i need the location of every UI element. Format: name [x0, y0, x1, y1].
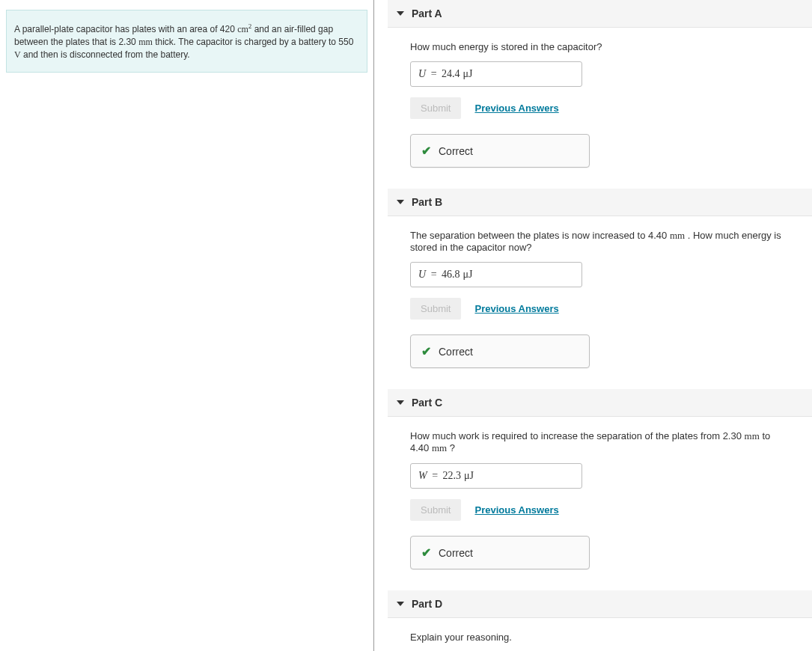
- problem-statement-panel: A parallel-plate capacitor has plates wi…: [0, 0, 374, 651]
- part-a-submit-button: Submit: [410, 97, 461, 119]
- part-b-answer: U = 46.8μJ: [410, 262, 582, 287]
- caret-down-icon: [397, 200, 404, 204]
- part-c-value: 22.3: [443, 470, 462, 481]
- info-text-mid2: thick. The capacitor is charged by a bat…: [153, 37, 354, 47]
- part-c-previous-answers-link[interactable]: Previous Answers: [474, 504, 558, 516]
- part-a-feedback-text: Correct: [439, 145, 473, 157]
- part-b-eq: =: [426, 269, 442, 280]
- part-b-feedback: ✔ Correct: [410, 334, 590, 368]
- part-c-prompt-post: ?: [447, 442, 455, 453]
- part-b-previous-answers-link[interactable]: Previous Answers: [474, 303, 558, 314]
- part-d-title: Part D: [412, 598, 442, 610]
- part-c-prompt-unit1: mm: [745, 430, 760, 441]
- part-a-eq: =: [426, 68, 442, 79]
- part-c-header[interactable]: Part C: [388, 389, 812, 417]
- part-c-prompt: How much work is required to increase th…: [410, 430, 790, 454]
- part-a-previous-answers-link[interactable]: Previous Answers: [474, 103, 558, 114]
- part-c-feedback-text: Correct: [439, 547, 473, 559]
- part-c-prompt-pre: How much work is required to increase th…: [410, 430, 745, 441]
- part-b-unit: μJ: [460, 269, 473, 280]
- checkmark-icon: ✔: [421, 144, 431, 158]
- part-a-answer: U = 24.4μJ: [410, 61, 582, 87]
- info-text-pre: A parallel-plate capacitor has plates wi…: [14, 24, 237, 34]
- info-unit-cm: cm: [237, 24, 248, 34]
- checkmark-icon: ✔: [421, 344, 431, 358]
- part-c-eq: =: [427, 470, 443, 481]
- part-d: Part D Explain your reasoning. Essay ans…: [388, 590, 812, 651]
- part-c-feedback: ✔ Correct: [410, 536, 590, 569]
- info-text-end: and then is disconnected from the batter…: [21, 49, 190, 60]
- info-unit-mm: mm: [138, 37, 153, 47]
- part-c-unit: μJ: [461, 470, 474, 481]
- part-b: Part B The separation between the plates…: [388, 189, 812, 368]
- part-d-prompt: Explain your reasoning.: [410, 632, 790, 643]
- part-d-header[interactable]: Part D: [388, 590, 812, 618]
- caret-down-icon: [397, 400, 404, 405]
- part-b-value: 46.8: [442, 269, 460, 280]
- part-c: Part C How much work is required to incr…: [388, 389, 812, 569]
- part-b-submit-button: Submit: [410, 298, 461, 320]
- part-b-var: U: [418, 269, 426, 280]
- part-c-answer: W = 22.3μJ: [410, 463, 582, 489]
- part-a: Part A How much energy is stored in the …: [388, 0, 812, 168]
- part-c-var: W: [418, 470, 427, 481]
- part-a-feedback: ✔ Correct: [410, 134, 590, 168]
- part-b-title: Part B: [412, 196, 442, 208]
- answer-panel: Part A How much energy is stored in the …: [374, 0, 812, 651]
- caret-down-icon: [397, 602, 404, 606]
- info-unit-v: V: [14, 49, 21, 60]
- info-box: A parallel-plate capacitor has plates wi…: [6, 10, 367, 73]
- part-b-prompt: The separation between the plates is now…: [410, 230, 790, 253]
- part-a-header[interactable]: Part A: [388, 0, 812, 28]
- part-a-var: U: [418, 68, 426, 79]
- part-a-title: Part A: [412, 7, 442, 19]
- part-b-feedback-text: Correct: [439, 346, 473, 358]
- part-b-prompt-unit: mm: [670, 230, 685, 241]
- checkmark-icon: ✔: [421, 545, 431, 560]
- part-a-value: 24.4: [442, 68, 460, 79]
- part-c-submit-button: Submit: [410, 499, 461, 521]
- part-a-prompt: How much energy is stored in the capacit…: [410, 41, 790, 52]
- part-c-prompt-unit2: mm: [432, 442, 447, 453]
- part-b-header[interactable]: Part B: [388, 189, 812, 216]
- part-b-prompt-pre: The separation between the plates is now…: [410, 230, 670, 241]
- caret-down-icon: [397, 11, 404, 16]
- part-c-title: Part C: [412, 397, 442, 409]
- part-a-unit: μJ: [460, 68, 473, 79]
